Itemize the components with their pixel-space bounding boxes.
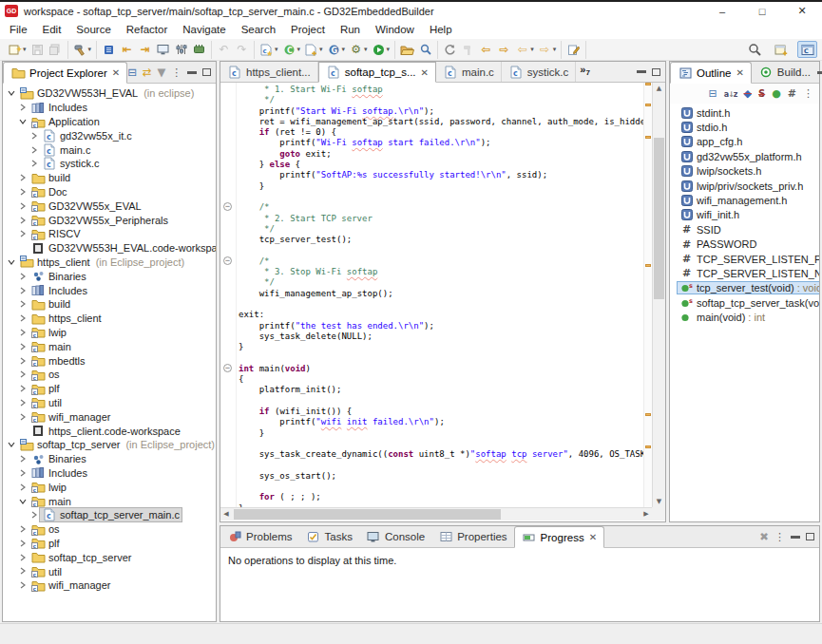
expand-arrow-icon[interactable] (17, 217, 28, 224)
nav-forward-button[interactable]: ⇨▾ (536, 41, 559, 58)
tree-item-doc[interactable]: cDoc (3, 185, 216, 199)
jump-back-button[interactable]: ⇦ (477, 41, 495, 58)
tree-item-wifi-manager[interactable]: cwifi_manager (3, 409, 216, 424)
dropdown-arrow-icon[interactable]: ▾ (553, 46, 557, 53)
outline-item-softap-tcp-server-task-void[interactable]: ssoftap_tcp_server_task(void (670, 295, 819, 310)
horizontal-scroll-thumb[interactable] (234, 509, 501, 520)
maximize-view-icon[interactable] (652, 68, 660, 76)
generate-button[interactable]: G▾ (325, 41, 348, 58)
expand-arrow-icon[interactable] (17, 413, 28, 421)
menu-help[interactable]: Help (422, 22, 460, 37)
tree-item-includes[interactable]: Includes (3, 283, 216, 297)
dropdown-arrow-icon[interactable]: ▾ (275, 46, 278, 53)
tree-item-gd32vw553h-eval[interactable]: GD32VW553H_EVAL(in eclipse) (3, 86, 216, 101)
collapse-arrow-icon[interactable] (17, 118, 28, 125)
tab-project-explorer[interactable]: Project Explorer ✕ (3, 62, 127, 84)
spelling-annotation-mark[interactable] (645, 83, 651, 85)
expand-arrow-icon[interactable] (17, 483, 28, 491)
vertical-scrollbar[interactable]: ▲ ▼ (652, 83, 665, 507)
tab-progress[interactable]: Progress✕ (514, 526, 604, 548)
tree-item-gd32vw55x-it-c[interactable]: cgd32vw55x_it.c (3, 128, 216, 142)
minimize-view-icon[interactable] (187, 71, 197, 74)
editor-tab-https-client-[interactable]: chttps_client... (220, 62, 318, 82)
tree-item-binaries[interactable]: Binaries (3, 269, 216, 283)
expand-arrow-icon[interactable] (17, 188, 28, 196)
monitor-button[interactable] (154, 41, 172, 58)
outline-item-wifi-init-h[interactable]: wifi_init.h (670, 208, 819, 222)
tree-item-riscv[interactable]: cRISCV (3, 227, 216, 241)
new-c-project-button[interactable]: c▾ (258, 41, 280, 58)
expand-arrow-icon[interactable] (17, 357, 28, 365)
expand-arrow-icon[interactable] (17, 300, 28, 308)
collapse-arrow-icon[interactable] (6, 441, 16, 448)
debug-gear-button[interactable]: ⚙▾ (347, 41, 370, 58)
expand-arrow-icon[interactable] (17, 567, 28, 575)
cpp-perspective-button[interactable]: C (797, 41, 817, 58)
outline-item-stdint-h[interactable]: stdint.h (670, 105, 819, 120)
tree-item-mbedtls[interactable]: cmbedtls (3, 353, 216, 368)
tab-outline[interactable]: Outline ✕ (670, 62, 752, 84)
jump-right-button[interactable]: ⇥ (136, 41, 154, 58)
menu-refactor[interactable]: Refactor (119, 22, 175, 37)
minimize-view-icon[interactable] (791, 536, 800, 539)
spelling-annotation-mark[interactable] (645, 136, 651, 139)
hide-static-icon[interactable]: S (758, 87, 765, 100)
scroll-down-icon[interactable]: ▼ (653, 496, 665, 507)
search-button[interactable] (744, 41, 764, 58)
dropdown-arrow-icon[interactable]: ▾ (23, 46, 27, 53)
outline-item-lwip-priv-sockets-priv-h[interactable]: lwip/priv/sockets_priv.h (670, 179, 819, 193)
hide-inactive-icon[interactable]: # (788, 87, 796, 100)
maximize-view-icon[interactable] (806, 533, 814, 540)
sliders-button[interactable] (172, 41, 190, 58)
hide-fields-icon[interactable]: ◆ (744, 87, 752, 100)
tree-item-build[interactable]: build (3, 171, 216, 185)
menu-file[interactable]: File (2, 22, 35, 37)
board-button[interactable] (190, 41, 208, 58)
hide-non-public-icon[interactable]: ● (772, 87, 781, 100)
spelling-annotation-mark[interactable] (645, 445, 651, 448)
menu-window[interactable]: Window (368, 22, 422, 37)
expand-arrow-icon[interactable] (17, 287, 28, 294)
tab-console[interactable]: Console (359, 526, 431, 547)
close-view-icon[interactable]: ✕ (736, 67, 743, 78)
menu-search[interactable]: Search (234, 22, 283, 37)
expand-arrow-icon[interactable] (17, 370, 28, 378)
sort-icon[interactable]: a↓z (724, 87, 737, 100)
close-tab-icon[interactable]: ✕ (421, 67, 429, 78)
build-hammer-button[interactable]: ▾ (71, 41, 94, 58)
tree-item-plf[interactable]: cplf (3, 537, 216, 551)
outline-item-app-cfg-h[interactable]: app_cfg.h (670, 135, 819, 149)
tree-item-gd32vw55x-eval[interactable]: cGD32VW55x_EVAL (3, 199, 216, 213)
fold-collapse-icon[interactable]: − (223, 256, 232, 265)
dropdown-arrow-icon[interactable]: ▾ (88, 46, 92, 53)
tab-build-targets[interactable]: Build... (752, 62, 817, 83)
jump-left-button[interactable]: ⇤ (118, 41, 136, 58)
tree-item-main-c[interactable]: cmain.c (3, 142, 216, 157)
outline-item-tcp-server-listen-num[interactable]: #TCP_SERVER_LISTEN_NUM (670, 266, 819, 280)
collapse-all-icon[interactable]: ⊟ (709, 87, 717, 100)
editor-tab-systick-c[interactable]: csystick.c (502, 62, 576, 82)
scroll-right-icon[interactable]: ▶ (640, 508, 652, 521)
jump-forward-button[interactable]: ⇨ (495, 41, 513, 58)
search-small-button[interactable] (416, 41, 434, 58)
tree-item-lwip[interactable]: clwip (3, 480, 216, 494)
tree-item-build[interactable]: build (3, 297, 216, 312)
spelling-annotation-mark[interactable] (645, 104, 651, 106)
collapse-arrow-icon[interactable] (6, 258, 16, 266)
close-view-icon[interactable]: ✕ (112, 67, 120, 78)
tree-item-util[interactable]: cutil (3, 396, 216, 410)
tree-item-gd32vw55x-peripherals[interactable]: cGD32VW55x_Peripherals (3, 213, 216, 227)
collapse-arrow-icon[interactable] (6, 89, 16, 97)
expand-arrow-icon[interactable] (17, 202, 28, 210)
tree-item-softap-tcp-server[interactable]: softap_tcp_server(in Eclipse_project) (3, 438, 216, 452)
minimize-view-icon[interactable] (637, 70, 646, 73)
tree-item-softap-tcp-server-main-c[interactable]: csoftap_tcp_server_main.c (3, 508, 216, 522)
last-edit-button[interactable] (564, 41, 583, 58)
vertical-scroll-thumb[interactable] (654, 138, 664, 299)
fold-collapse-icon[interactable]: − (223, 202, 232, 211)
dropdown-arrow-icon[interactable]: ▾ (530, 46, 534, 53)
expand-arrow-icon[interactable] (17, 455, 28, 463)
tab-tasks[interactable]: Tasks (299, 526, 359, 547)
new-class-button[interactable]: C▾ (280, 41, 303, 58)
run-button[interactable]: ▾ (370, 41, 392, 58)
